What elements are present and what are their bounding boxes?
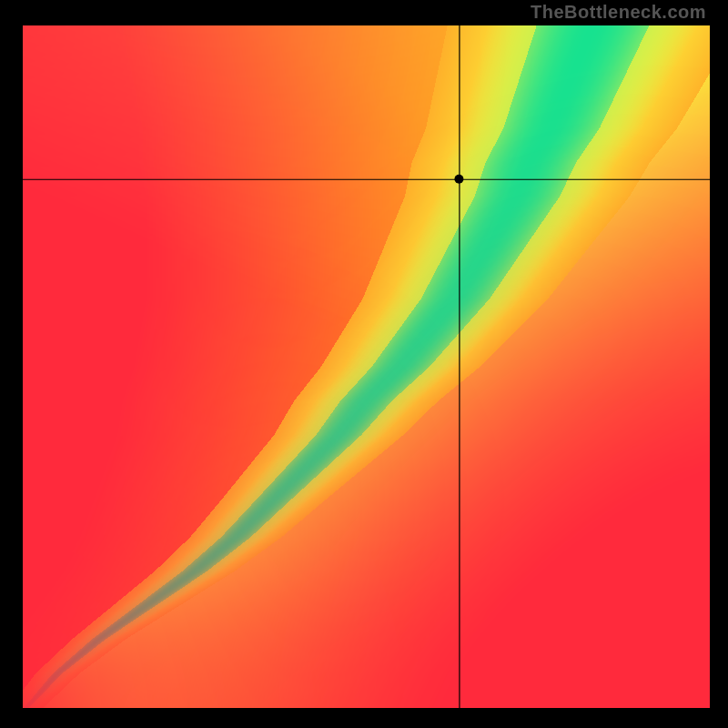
watermark-text: TheBottleneck.com [531, 2, 706, 23]
bottleneck-heatmap [0, 0, 728, 728]
chart-container: TheBottleneck.com [0, 0, 728, 728]
